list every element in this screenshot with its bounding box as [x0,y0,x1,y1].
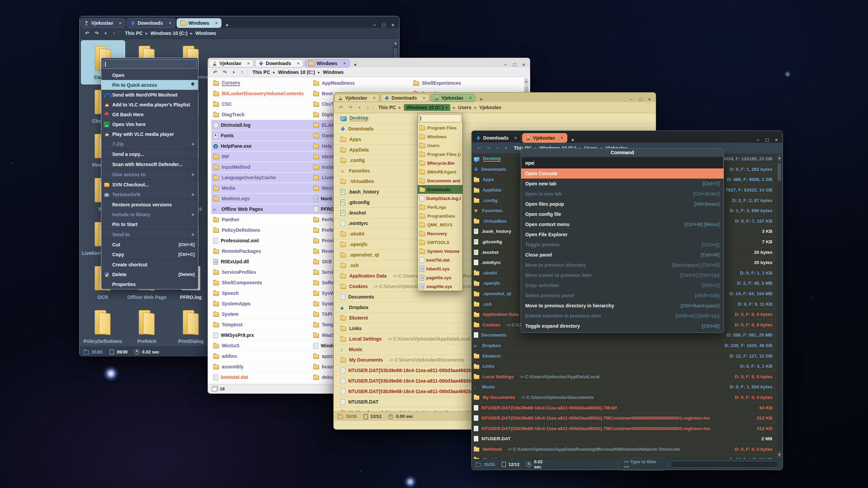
file-row-fonts[interactable]: Fonts [211,130,311,141]
file-row-eksterni[interactable]: EksterniD: 12, F: 127, 12 GB [472,351,783,361]
tab-downloads[interactable]: Downloads× [127,18,175,28]
menu-item-properties[interactable]: Properties [101,279,198,289]
forward-icon[interactable]: ↷ [223,69,227,75]
breadcrumb-segment-this-pc[interactable]: This PC [378,105,396,110]
dropdown-item-recycle-bin[interactable]: $Recycle.Bin [418,159,462,167]
up-icon[interactable]: ↑ [505,145,507,151]
back-icon[interactable]: ↶ [477,145,481,151]
history-menu-icon[interactable]: ▼ [232,70,235,74]
back-icon[interactable]: ↶ [213,69,217,75]
file-row-links[interactable]: LinksD: 0, F: 3, 1 KB [472,361,783,372]
file-row-modemlogs[interactable]: ModemLogs [211,194,311,204]
file-row-dtcinstall-log[interactable]: DtcInstall.log [211,120,311,130]
dropdown-item-boottel-dat[interactable]: bootTel.dat [418,256,462,264]
file-row-ntuser-dat-53b39e88-18c4-11ea-a811-000d3aa4692b-tmcontainer00000000000000000001-regtrans-ms[interactable]: NTUSER.DAT{53b39e88-18c4-11ea-a811-000d3… [472,413,783,424]
tab-close-icon[interactable]: × [422,95,425,101]
dropdown-item-dumpstack-log-tmp[interactable]: DumpStack.log.tmp [418,194,462,203]
new-tab-button[interactable]: + [571,137,574,143]
up-icon[interactable]: ↑ [113,30,115,36]
file-row-tempinst[interactable]: TempInst [211,320,311,330]
breadcrumb-segment-windows[interactable]: Windows [195,30,216,36]
file-row-ntuser-dat-53b39e88-18c4-11ea-a811-000d3aa4692b-tm-blf[interactable]: NTUSER.DAT{53b39e88-18c4-11ea-a811-000d3… [472,403,783,413]
dropdown-filter-input[interactable] [419,114,461,122]
menu-item-play-with-vlc-media-player[interactable]: Play with VLC media player [101,129,198,139]
menu-item-delete[interactable]: Delete[Delete] [101,269,198,279]
command-item-open-file-explorer[interactable]: Open File Explorer [521,229,724,240]
file-row-csc[interactable]: CSC [211,99,311,109]
file-row-diagtrack[interactable]: DiagTrack [211,109,311,120]
breadcrumb-segment-this-pc[interactable]: This PC [125,30,142,36]
history-menu-icon[interactable]: ▼ [358,106,361,109]
command-item-toggle-preview[interactable]: Toggle preview[Ctrl+Q] [521,240,724,250]
file-row-professional-xml[interactable]: Professional.xml [211,236,311,246]
maximize-button[interactable]: □ [766,137,769,143]
file-row-winsxs[interactable]: WinSxS [211,341,311,351]
dropdown-item-swapfile-sys[interactable]: swapfile.sys [418,282,462,291]
dropdown-item-windows[interactable]: Windows [418,132,462,141]
close-button[interactable]: × [391,22,394,28]
dropdown-item-swtools[interactable]: SWTOOLS [418,238,462,247]
minimize-button[interactable]: − [504,62,507,67]
file-row-languageoverlaycache[interactable]: LanguageOverlayCache [211,172,311,183]
menu-item-open[interactable]: Open [101,70,198,80]
tab-vjekoslav[interactable]: Vjekoslav× [80,18,125,28]
grid-item-prefetch[interactable]: Prefetch [125,305,169,347]
menu-item-scan-with-microsoft-defender[interactable]: Scan with Microsoft Defender... [101,159,198,169]
close-button[interactable]: × [648,96,651,102]
file-row-rtlexupd-dll[interactable]: RtlExUpd.dll [211,257,311,267]
file-row-policydefinitions[interactable]: PolicyDefinitions [211,225,311,236]
breadcrumb-segment-windows-10-c[interactable]: Windows 10 (C:)▾ [404,104,450,111]
file-row-inf[interactable]: INF [211,151,311,162]
tab-close-icon[interactable]: × [373,95,376,101]
menu-item-svn-checkout[interactable]: SVN Checkout... [101,180,198,189]
up-icon[interactable]: ↑ [241,69,243,75]
file-row-remotepackages[interactable]: RemotePackages [211,246,311,257]
maximize-button[interactable]: □ [513,62,516,67]
menu-item-send-to[interactable]: Send to▶ [101,229,198,240]
tab-close-icon[interactable]: × [343,61,346,66]
command-item-copy-selection[interactable]: Copy selection[Ctrl+C] [521,280,724,290]
maximize-button[interactable]: □ [639,96,642,102]
tab-close-icon[interactable]: × [247,61,250,66]
dropdown-item-users[interactable]: Users [418,141,462,150]
command-item-move-to-previous-directory[interactable]: Move to previous directory[Backspace] [C… [521,260,724,270]
dropdown-item-pagefile-sys[interactable]: pagefile.sys [418,273,462,282]
scrollbar[interactable]: ▲▼ [777,155,782,458]
command-item-open-context-menu[interactable]: Open context menu[Ctrl+M] [Menu] [521,219,724,229]
back-icon[interactable]: ↶ [339,105,343,110]
command-item-open-files-popup[interactable]: Open files popup[Alt+Down] [521,199,724,209]
command-item-extend-selection-to-previous-item[interactable]: Extend selection to previous item[Shift+… [521,311,724,321]
dropdown-item-system-volume-information[interactable]: System Volume Information [418,247,462,256]
menu-item-include-in-library[interactable]: Include in library▶ [101,209,198,219]
command-item-close-panel[interactable]: Close panel[Ctrl+W] [521,250,724,260]
file-row-panther[interactable]: Panther [211,215,311,225]
new-tab-button[interactable]: + [479,96,482,102]
tab-close-icon[interactable]: × [215,20,218,26]
menu-item-send-a-copy[interactable]: Send a copy... [101,149,198,159]
dropdown-item-qmk-msys[interactable]: QMK_MSYS [418,220,462,229]
file-row-desktop[interactable]: Desktop [334,113,656,124]
minimize-button[interactable]: − [373,22,376,28]
file-row-inputmethod[interactable]: InputMethod [211,162,311,172]
tab-close-icon[interactable]: × [119,20,122,26]
command-item-open-config-file[interactable]: Open config file [521,209,724,219]
dropdown-item-winreagent[interactable]: $WinREAgent [418,167,462,176]
close-button[interactable]: × [522,62,525,67]
forward-icon[interactable]: ↷ [349,105,353,110]
minimize-button[interactable]: − [630,96,633,102]
menu-item-cut[interactable]: Cut[Ctrl+X] [101,240,198,249]
file-row-music[interactable]: MusicD: 0, F: 1, 504 bytes [472,382,783,392]
menu-item-7-zip[interactable]: 7-Zip▶ [101,139,198,149]
context-menu-search-input[interactable] [103,59,197,69]
menu-item-add-to-vlc-media-player-s-playlist[interactable]: Add to VLC media player's Playlist [101,100,198,109]
file-row-helppane-exe[interactable]: HelpPane.exe [211,141,311,151]
dropdown-item-downloads[interactable]: Downloads [418,185,462,194]
file-row-obsidian-vaults[interactable]: Obsidian vaultsD: 17, F: 149, 38 MB [472,454,783,459]
breadcrumb-segment-windows-10-c[interactable]: Windows 10 (C:) [278,69,315,75]
menu-item-pin-to-start[interactable]: Pin to Start [101,219,198,229]
dropdown-item-documents-and-settings[interactable]: Documents and Settings [418,176,462,185]
breadcrumb-segment-users[interactable]: Users [458,105,471,110]
dropdown-item-program-files-x86[interactable]: Program Files (x86) [418,150,462,159]
filter-input[interactable] [671,461,778,468]
menu-item-restore-previous-versions[interactable]: Restore previous versions [101,200,198,209]
